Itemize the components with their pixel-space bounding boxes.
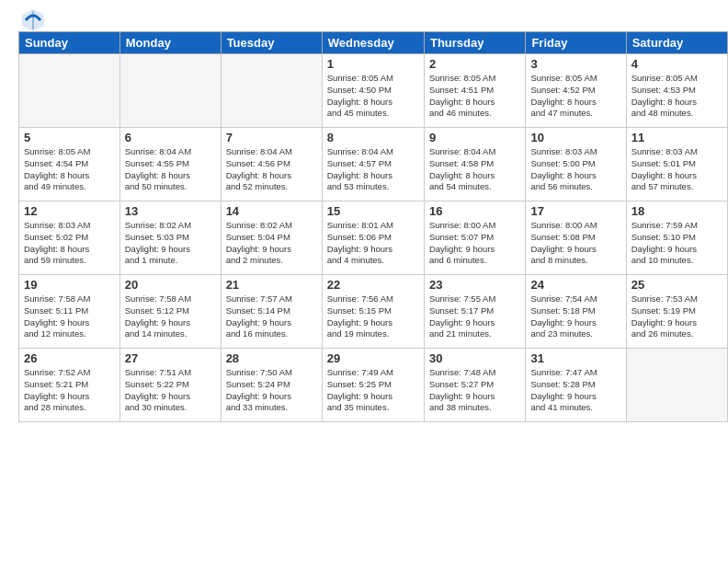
day-info: Sunrise: 8:04 AM Sunset: 4:58 PM Dayligh… bbox=[429, 146, 520, 193]
day-number: 19 bbox=[24, 278, 115, 292]
day-number: 27 bbox=[125, 351, 216, 365]
calendar-cell: 23Sunrise: 7:55 AM Sunset: 5:17 PM Dayli… bbox=[424, 275, 525, 349]
day-info: Sunrise: 8:02 AM Sunset: 5:03 PM Dayligh… bbox=[125, 220, 216, 267]
col-sunday: Sunday bbox=[19, 32, 120, 54]
day-info: Sunrise: 7:58 AM Sunset: 5:12 PM Dayligh… bbox=[125, 293, 216, 340]
day-number: 25 bbox=[631, 278, 722, 292]
day-info: Sunrise: 8:05 AM Sunset: 4:50 PM Dayligh… bbox=[327, 73, 419, 120]
day-info: Sunrise: 7:59 AM Sunset: 5:10 PM Dayligh… bbox=[631, 220, 722, 267]
day-info: Sunrise: 8:02 AM Sunset: 5:04 PM Dayligh… bbox=[226, 220, 317, 267]
calendar-cell bbox=[19, 54, 120, 128]
calendar-cell: 9Sunrise: 8:04 AM Sunset: 4:58 PM Daylig… bbox=[424, 128, 525, 201]
day-number: 26 bbox=[24, 351, 115, 365]
col-friday: Friday bbox=[526, 32, 626, 54]
calendar-week-1: 1Sunrise: 8:05 AM Sunset: 4:50 PM Daylig… bbox=[19, 54, 728, 128]
day-info: Sunrise: 8:04 AM Sunset: 4:56 PM Dayligh… bbox=[226, 146, 317, 193]
day-info: Sunrise: 8:03 AM Sunset: 5:00 PM Dayligh… bbox=[530, 146, 620, 193]
day-number: 20 bbox=[125, 278, 216, 292]
day-number: 16 bbox=[429, 204, 520, 218]
calendar-cell: 4Sunrise: 8:05 AM Sunset: 4:53 PM Daylig… bbox=[626, 54, 727, 128]
calendar-week-4: 19Sunrise: 7:58 AM Sunset: 5:11 PM Dayli… bbox=[19, 275, 728, 349]
day-number: 9 bbox=[429, 131, 520, 144]
day-number: 11 bbox=[631, 131, 722, 144]
calendar-cell: 5Sunrise: 8:05 AM Sunset: 4:54 PM Daylig… bbox=[19, 128, 120, 201]
calendar-cell: 1Sunrise: 8:05 AM Sunset: 4:50 PM Daylig… bbox=[322, 54, 424, 128]
calendar-cell: 21Sunrise: 7:57 AM Sunset: 5:14 PM Dayli… bbox=[221, 275, 322, 349]
calendar-cell: 20Sunrise: 7:58 AM Sunset: 5:12 PM Dayli… bbox=[119, 275, 221, 349]
day-info: Sunrise: 8:05 AM Sunset: 4:52 PM Dayligh… bbox=[530, 73, 620, 120]
calendar-header-row: Sunday Monday Tuesday Wednesday Thursday… bbox=[19, 32, 728, 54]
calendar-cell: 2Sunrise: 8:05 AM Sunset: 4:51 PM Daylig… bbox=[424, 54, 525, 128]
calendar-cell: 10Sunrise: 8:03 AM Sunset: 5:00 PM Dayli… bbox=[526, 128, 626, 201]
day-number: 6 bbox=[125, 131, 216, 144]
calendar-cell: 12Sunrise: 8:03 AM Sunset: 5:02 PM Dayli… bbox=[19, 201, 120, 275]
day-info: Sunrise: 8:03 AM Sunset: 5:01 PM Dayligh… bbox=[631, 146, 722, 193]
calendar-cell bbox=[221, 54, 322, 128]
col-thursday: Thursday bbox=[424, 32, 525, 54]
calendar-cell: 13Sunrise: 8:02 AM Sunset: 5:03 PM Dayli… bbox=[119, 201, 221, 275]
day-info: Sunrise: 8:04 AM Sunset: 4:55 PM Dayligh… bbox=[125, 146, 216, 193]
calendar-cell: 7Sunrise: 8:04 AM Sunset: 4:56 PM Daylig… bbox=[221, 128, 322, 201]
day-number: 21 bbox=[226, 278, 317, 292]
day-number: 2 bbox=[429, 57, 520, 71]
day-number: 3 bbox=[530, 57, 620, 71]
day-number: 10 bbox=[530, 131, 620, 144]
day-number: 14 bbox=[226, 204, 317, 218]
day-number: 28 bbox=[226, 351, 317, 365]
col-tuesday: Tuesday bbox=[221, 32, 322, 54]
day-info: Sunrise: 7:58 AM Sunset: 5:11 PM Dayligh… bbox=[24, 293, 115, 340]
calendar-cell: 8Sunrise: 8:04 AM Sunset: 4:57 PM Daylig… bbox=[322, 128, 424, 201]
day-number: 18 bbox=[631, 204, 722, 218]
day-info: Sunrise: 7:54 AM Sunset: 5:18 PM Dayligh… bbox=[530, 293, 620, 340]
calendar-cell: 3Sunrise: 8:05 AM Sunset: 4:52 PM Daylig… bbox=[526, 54, 626, 128]
day-info: Sunrise: 8:00 AM Sunset: 5:07 PM Dayligh… bbox=[429, 220, 520, 267]
day-info: Sunrise: 7:49 AM Sunset: 5:25 PM Dayligh… bbox=[327, 367, 419, 414]
day-info: Sunrise: 8:04 AM Sunset: 4:57 PM Dayligh… bbox=[327, 146, 419, 193]
day-info: Sunrise: 7:51 AM Sunset: 5:22 PM Dayligh… bbox=[125, 367, 216, 414]
day-number: 12 bbox=[24, 204, 115, 218]
calendar-cell: 19Sunrise: 7:58 AM Sunset: 5:11 PM Dayli… bbox=[19, 275, 120, 349]
calendar-cell: 29Sunrise: 7:49 AM Sunset: 5:25 PM Dayli… bbox=[322, 349, 424, 422]
day-number: 23 bbox=[429, 278, 520, 292]
day-number: 29 bbox=[327, 351, 419, 365]
calendar-cell: 18Sunrise: 7:59 AM Sunset: 5:10 PM Dayli… bbox=[626, 201, 727, 275]
calendar-cell: 28Sunrise: 7:50 AM Sunset: 5:24 PM Dayli… bbox=[221, 349, 322, 422]
col-wednesday: Wednesday bbox=[322, 32, 424, 54]
day-number: 30 bbox=[429, 351, 520, 365]
day-number: 1 bbox=[327, 57, 419, 71]
calendar-week-3: 12Sunrise: 8:03 AM Sunset: 5:02 PM Dayli… bbox=[19, 201, 728, 275]
calendar-cell: 15Sunrise: 8:01 AM Sunset: 5:06 PM Dayli… bbox=[322, 201, 424, 275]
day-info: Sunrise: 7:56 AM Sunset: 5:15 PM Dayligh… bbox=[327, 293, 419, 340]
calendar-cell: 31Sunrise: 7:47 AM Sunset: 5:28 PM Dayli… bbox=[526, 349, 626, 422]
calendar-container: Sunday Monday Tuesday Wednesday Thursday… bbox=[0, 31, 728, 427]
calendar-cell: 16Sunrise: 8:00 AM Sunset: 5:07 PM Dayli… bbox=[424, 201, 525, 275]
calendar-cell: 26Sunrise: 7:52 AM Sunset: 5:21 PM Dayli… bbox=[19, 349, 120, 422]
col-monday: Monday bbox=[119, 32, 221, 54]
calendar-cell: 11Sunrise: 8:03 AM Sunset: 5:01 PM Dayli… bbox=[626, 128, 727, 201]
day-number: 7 bbox=[226, 131, 317, 144]
calendar-cell: 14Sunrise: 8:02 AM Sunset: 5:04 PM Dayli… bbox=[221, 201, 322, 275]
day-info: Sunrise: 7:57 AM Sunset: 5:14 PM Dayligh… bbox=[226, 293, 317, 340]
day-number: 22 bbox=[327, 278, 419, 292]
calendar-cell bbox=[119, 54, 221, 128]
day-number: 31 bbox=[530, 351, 620, 365]
calendar-week-5: 26Sunrise: 7:52 AM Sunset: 5:21 PM Dayli… bbox=[19, 349, 728, 422]
day-info: Sunrise: 7:55 AM Sunset: 5:17 PM Dayligh… bbox=[429, 293, 520, 340]
day-info: Sunrise: 7:47 AM Sunset: 5:28 PM Dayligh… bbox=[530, 367, 620, 414]
calendar-cell: 25Sunrise: 7:53 AM Sunset: 5:19 PM Dayli… bbox=[626, 275, 727, 349]
day-number: 13 bbox=[125, 204, 216, 218]
day-number: 15 bbox=[327, 204, 419, 218]
day-info: Sunrise: 8:05 AM Sunset: 4:54 PM Dayligh… bbox=[24, 146, 115, 193]
day-info: Sunrise: 8:03 AM Sunset: 5:02 PM Dayligh… bbox=[24, 220, 115, 267]
calendar-table: Sunday Monday Tuesday Wednesday Thursday… bbox=[18, 31, 728, 422]
day-info: Sunrise: 8:05 AM Sunset: 4:51 PM Dayligh… bbox=[429, 73, 520, 120]
day-info: Sunrise: 7:52 AM Sunset: 5:21 PM Dayligh… bbox=[24, 367, 115, 414]
day-info: Sunrise: 7:53 AM Sunset: 5:19 PM Dayligh… bbox=[631, 293, 722, 340]
logo-icon bbox=[20, 7, 46, 33]
day-number: 4 bbox=[631, 57, 722, 71]
calendar-week-2: 5Sunrise: 8:05 AM Sunset: 4:54 PM Daylig… bbox=[19, 128, 728, 201]
day-number: 24 bbox=[530, 278, 620, 292]
logo bbox=[18, 7, 48, 29]
calendar-cell: 30Sunrise: 7:48 AM Sunset: 5:27 PM Dayli… bbox=[424, 349, 525, 422]
day-number: 17 bbox=[530, 204, 620, 218]
